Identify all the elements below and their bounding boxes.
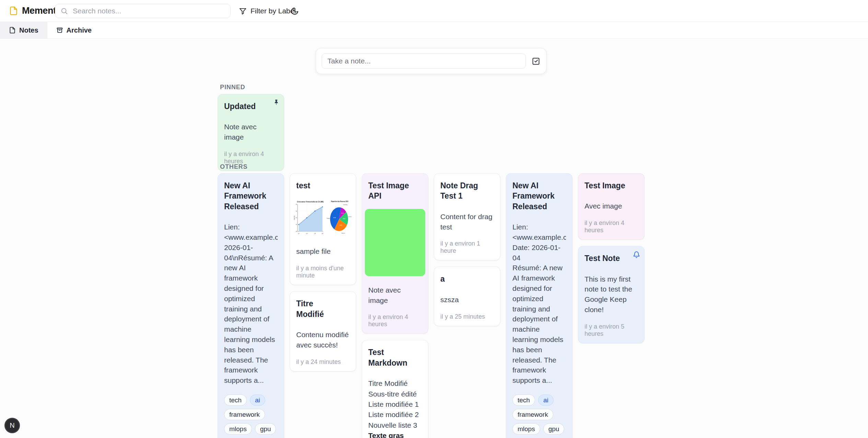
note-card-a[interactable]: a szsza il y a 25 minutes xyxy=(434,267,500,326)
note-title: Titre Modifié xyxy=(296,298,350,319)
dark-mode-toggle[interactable] xyxy=(290,5,302,17)
pie-pct: 18.5% xyxy=(343,218,346,220)
note-body: This is my first note to test the Google… xyxy=(585,274,638,315)
pinned-grid: Updated Note avec image il y a environ 4… xyxy=(218,94,284,171)
note-timestamp: il y a 24 minutes xyxy=(296,350,350,366)
tag-ai[interactable]: ai xyxy=(538,394,554,406)
note-card-titre-modifie[interactable]: Titre Modifié Contenu modifié avec succè… xyxy=(290,291,356,371)
tab-archive[interactable]: Archive xyxy=(47,22,101,38)
note-card-test-image-api[interactable]: Test Image API Note avec image il y a en… xyxy=(362,173,428,334)
tag-tech[interactable]: tech xyxy=(224,394,247,406)
pinned-section-label: PINNED xyxy=(220,84,245,91)
pie-label: Services xyxy=(342,233,345,234)
reminder-bell-icon xyxy=(633,251,640,258)
x-tick: Q4 xyxy=(322,233,324,234)
note-card-new-ai-framework-2[interactable]: New AI Framework Released Lien: <www.exa… xyxy=(506,173,572,438)
archive-box-icon xyxy=(56,27,63,34)
note-title: New AI Framework Released xyxy=(224,180,278,212)
pie-label: Produits xyxy=(327,218,330,220)
pie-chart-title: Répartition des Revenus 2024 xyxy=(331,201,348,203)
grid-column-5: New AI Framework Released Lien: <www.exa… xyxy=(506,173,572,438)
note-card-test-note[interactable]: Test Note This is my first note to test … xyxy=(578,246,645,343)
avatar-initial: N xyxy=(10,422,14,429)
note-body: Lien: <www.example.com>\nDate: 2026-01-0… xyxy=(224,222,278,386)
grid-column-2: test Croissance Trimestrielle du CA (M€) xyxy=(290,173,356,371)
note-body: Note avec image xyxy=(368,285,422,306)
grid-column-6: Test Image Avec image il y a environ 4 h… xyxy=(578,173,645,343)
tag-framework[interactable]: framework xyxy=(224,409,265,420)
note-timestamp: il y a environ 1 heure xyxy=(440,232,494,254)
note-card-test-markdown[interactable]: Test Markdown Titre Modifié Sous-titre é… xyxy=(362,340,428,438)
new-checklist-button[interactable] xyxy=(531,57,541,66)
note-composer[interactable] xyxy=(316,48,546,74)
app-brand: Memento xyxy=(9,5,62,16)
filter-by-label-button[interactable]: Filter by Label xyxy=(237,0,298,22)
search-box[interactable] xyxy=(55,4,231,18)
grid-column-4: Note Drag Test 1 Content for drag test i… xyxy=(434,173,500,326)
note-image-green[interactable] xyxy=(365,209,425,276)
note-card-test-image[interactable]: Test Image Avec image il y a environ 4 h… xyxy=(578,173,645,240)
note-timestamp: il y a environ 4 heures xyxy=(585,211,638,234)
note-card-note-drag-test-1[interactable]: Note Drag Test 1 Content for drag test i… xyxy=(434,173,500,260)
note-body: Note avec image xyxy=(224,122,278,142)
note-title: Updated xyxy=(224,101,278,111)
y-tick: 50 xyxy=(296,217,297,218)
note-timestamp: il y a environ 5 heures xyxy=(585,315,638,338)
tag-mlops[interactable]: mlops xyxy=(224,423,252,435)
others-grid: New AI Framework Released Lien: <www.exa… xyxy=(218,173,645,438)
x-tick: Q3 xyxy=(314,233,316,234)
checkbox-check-icon xyxy=(531,57,541,66)
note-body: Content for drag test xyxy=(440,212,494,232)
area-chart-title: Croissance Trimestrielle du CA (M€) xyxy=(297,201,324,203)
note-timestamp: il y a 25 minutes xyxy=(440,305,494,320)
note-card-test[interactable]: test Croissance Trimestrielle du CA (M€) xyxy=(290,173,356,285)
note-body: Contenu modifié avec succès! xyxy=(296,330,350,350)
tag-row: tech ai framework mlops gpu xyxy=(224,394,278,435)
bold-text: Texte gras modifié xyxy=(368,431,404,438)
notes-file-icon xyxy=(9,27,16,34)
area-chart-thumbnail[interactable]: Croissance Trimestrielle du CA (M€) xyxy=(293,199,324,237)
note-title: Test Image xyxy=(585,180,638,191)
note-timestamp: il y a environ 4 heures xyxy=(224,142,278,165)
note-title: Test Note xyxy=(585,253,638,263)
note-timestamp: il y a moins d'une minute xyxy=(296,257,350,279)
search-input[interactable] xyxy=(72,7,225,15)
note-title: Note Drag Test 1 xyxy=(440,180,494,201)
note-card-new-ai-framework-1[interactable]: New AI Framework Released Lien: <www.exa… xyxy=(218,173,284,438)
y-tick: 40 xyxy=(296,231,297,232)
note-title: test xyxy=(296,180,350,191)
tab-notes-label: Notes xyxy=(19,26,38,34)
tag-ai[interactable]: ai xyxy=(250,394,265,406)
pin-button[interactable] xyxy=(273,99,280,106)
note-timestamp: il y a 32 minutes xyxy=(224,435,278,438)
note-image-attachments: Croissance Trimestrielle du CA (M€) xyxy=(293,199,353,237)
note-timestamp: il y a environ 4 heures xyxy=(368,305,422,328)
grid-column-1: New AI Framework Released Lien: <www.exa… xyxy=(218,173,284,438)
tag-mlops[interactable]: mlops xyxy=(512,423,540,435)
pie-pct: 25.9% xyxy=(339,225,342,226)
pie-chart-thumbnail[interactable]: Répartition des Revenus 2024 11.1% 18.5%… xyxy=(326,199,353,237)
tab-notes[interactable]: Notes xyxy=(0,22,47,38)
filter-funnel-icon xyxy=(239,7,247,15)
x-tick: Q2 xyxy=(306,233,308,234)
tag-gpu[interactable]: gpu xyxy=(255,423,276,435)
note-card-updated[interactable]: Updated Note avec image il y a environ 4… xyxy=(218,94,284,171)
md-line-bold: Texte gras modifié et xyxy=(368,430,422,438)
area-chart-ylabel: CA (M€) xyxy=(294,216,295,221)
take-a-note-input[interactable] xyxy=(322,54,526,69)
tag-tech[interactable]: tech xyxy=(512,394,535,406)
md-line: Liste modifiée 2 xyxy=(368,410,422,420)
tag-gpu[interactable]: gpu xyxy=(543,423,565,435)
y-tick: 55 xyxy=(296,211,297,212)
note-title: Test Markdown xyxy=(368,347,422,368)
pie-label: Consulting xyxy=(343,204,347,206)
note-title: New AI Framework Released xyxy=(512,180,566,212)
app-header: Memento Filter by Label xyxy=(0,0,868,22)
md-line: Titre Modifié xyxy=(368,378,422,389)
tab-bar: Notes Archive xyxy=(0,22,868,39)
user-avatar-button[interactable]: N xyxy=(4,418,20,433)
pie-pct: 11.1% xyxy=(341,213,344,214)
tag-framework[interactable]: framework xyxy=(512,409,553,420)
md-line: Liste modifiée 1 xyxy=(368,399,422,410)
md-line: Sous-titre édité xyxy=(368,389,422,399)
